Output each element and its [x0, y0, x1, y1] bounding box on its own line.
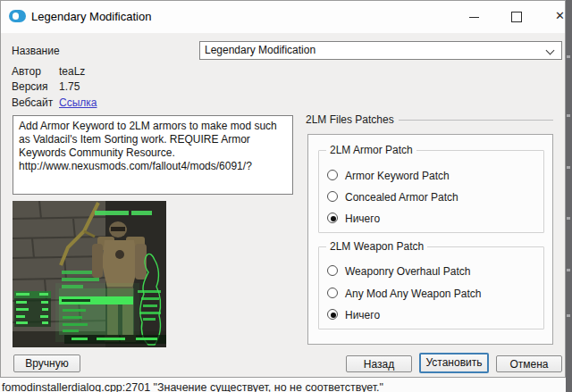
weapon-patch-group: 2LM Weapon Patch Weaponry Overhaul Patch…	[318, 246, 544, 329]
cancel-button[interactable]: Отмена	[496, 355, 562, 372]
manual-button[interactable]: Вручную	[13, 354, 80, 372]
debug-log-line: fomodinstallerdialog.cpp:2701 "Значение …	[2, 381, 383, 392]
mod-name-value: Legendary Modification	[205, 44, 315, 56]
fallout-screenshot-art	[13, 201, 166, 347]
close-icon[interactable]	[545, 4, 572, 28]
author-value: teaLz	[59, 65, 85, 78]
radio-icon[interactable]	[327, 265, 338, 276]
mod-description-box[interactable]: Add Armor Keyword to 2LM armors to make …	[13, 115, 293, 195]
radio-label: Any Mod Any Weapon Patch	[345, 288, 482, 300]
mod-screenshot-image	[13, 201, 166, 347]
name-label: Название	[12, 45, 60, 57]
armor-patch-group: 2LM Armor Patch Armor Keyword Patch Conc…	[318, 150, 544, 233]
mod-name-combobox[interactable]: Legendary Modification	[199, 41, 562, 60]
version-value: 1.75	[59, 80, 80, 93]
radio-icon[interactable]	[327, 213, 338, 223]
app-icon	[9, 10, 26, 22]
radio-label: Ничего	[345, 213, 380, 225]
maximize-icon[interactable]	[500, 4, 531, 28]
radio-icon[interactable]	[327, 309, 338, 320]
radio-icon[interactable]	[327, 170, 338, 180]
install-button[interactable]: Установить	[419, 353, 489, 373]
armor-patch-group-title: 2LM Armor Patch	[326, 144, 416, 156]
minimize-icon[interactable]	[458, 4, 489, 28]
website-label: Вебсайт	[12, 96, 53, 109]
website-link[interactable]: Ссылка	[59, 96, 97, 109]
radio-label: Weaponry Overhaul Patch	[345, 265, 471, 278]
radio-label: Ничего	[345, 309, 380, 321]
background-window-strip	[566, 0, 572, 392]
window-title: Legendary Modification	[31, 10, 151, 23]
fomod-installer-dialog: Legendary Modification Название Legendar…	[0, 0, 566, 378]
back-button[interactable]: Назад	[346, 355, 412, 372]
radio-label: Concealed Armor Patch	[345, 191, 458, 204]
patches-panel-title: 2LM Files Patches	[306, 113, 399, 126]
patches-scroll-area: 2LM Armor Patch Armor Keyword Patch Conc…	[307, 134, 553, 345]
radio-label: Armor Keyword Patch	[345, 170, 450, 182]
background-log-area: fomodinstallerdialog.cpp:2701 "Значение …	[0, 378, 566, 392]
chevron-down-icon	[546, 46, 555, 55]
radio-icon[interactable]	[327, 191, 338, 202]
version-label: Версия	[12, 80, 48, 93]
radio-icon[interactable]	[327, 288, 338, 298]
weapon-patch-group-title: 2LM Weapon Patch	[326, 240, 427, 253]
titlebar: Legendary Modification	[1, 1, 565, 33]
author-label: Автор	[12, 65, 41, 78]
